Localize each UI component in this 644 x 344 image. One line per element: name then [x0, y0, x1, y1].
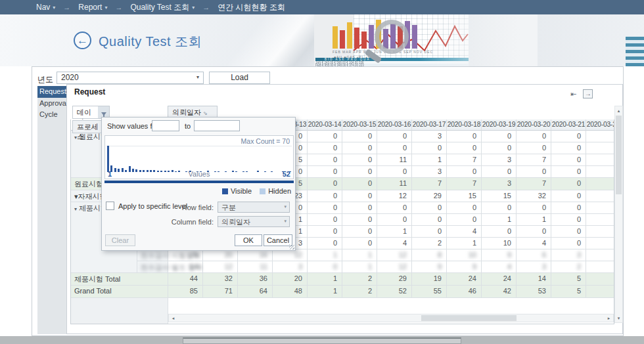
horizontal-scrollbar[interactable]: ◂ ▸	[168, 314, 614, 322]
vertical-scrollbar[interactable]: ▴ ▾	[614, 106, 623, 323]
nav-item-quality-test[interactable]: Quality Test 조회▾	[130, 2, 195, 13]
pivot-cell: 0	[482, 226, 517, 238]
pivot-cell: 19	[412, 273, 447, 286]
breadcrumb-arrow-icon: →	[115, 3, 122, 11]
pivot-cell: 20	[203, 249, 238, 261]
pivot-cell: 2	[342, 273, 377, 286]
scroll-right-icon[interactable]: ▸	[605, 314, 613, 322]
cancel-button[interactable]: Cancel	[264, 234, 292, 246]
pivot-column-header[interactable]: 2020-03-16	[377, 119, 412, 131]
apply-level-checkbox[interactable]	[106, 202, 114, 210]
pivot-cell: 3	[551, 249, 586, 261]
pivot-cell	[586, 154, 614, 166]
data-field-header[interactable]: 데이터	[72, 106, 99, 119]
pivot-cell: 5	[551, 286, 586, 298]
range-from-input[interactable]	[152, 120, 179, 131]
pager-right-icon[interactable]: →	[583, 89, 593, 98]
resize-grip[interactable]	[289, 244, 294, 249]
nav-item-report[interactable]: Report▾	[78, 3, 107, 12]
pivot-cell: 3	[517, 261, 551, 273]
pivot-cell: 12	[203, 261, 238, 273]
pivot-cell: 0	[308, 238, 342, 249]
range-to-input[interactable]	[194, 120, 240, 131]
pivot-cell: 1	[517, 214, 551, 226]
pivot-item-label[interactable]: 전수검사 시험항목	[137, 249, 168, 261]
pivot-cell: 0	[308, 178, 342, 190]
load-button[interactable]: Load	[209, 72, 270, 84]
pivot-cell	[586, 190, 614, 202]
pivot-column-header[interactable]: 2020-03-14	[308, 119, 342, 131]
pivot-cell: 0	[412, 214, 447, 226]
pivot-column-header[interactable]: 2020-03-18	[447, 119, 482, 131]
pivot-cell: 11	[377, 178, 412, 190]
x-axis-label: Values	[108, 170, 290, 178]
pivot-cell: 0	[517, 142, 551, 154]
tab-approval[interactable]: Approval	[37, 98, 66, 109]
pivot-cell	[586, 286, 614, 298]
ok-button[interactable]: OK	[235, 234, 262, 246]
year-label: 년도	[37, 74, 53, 85]
pivot-cell	[586, 202, 614, 214]
year-select[interactable]: 2020 ▾	[57, 72, 204, 84]
pivot-row-label[interactable]: Grand Total	[71, 286, 168, 298]
pivot-cell: 1	[482, 214, 517, 226]
pivot-cell: 0	[517, 131, 551, 142]
pivot-cell: 12	[377, 190, 412, 202]
breadcrumb: Nav▾ → Report▾ → Quality Test 조회▾ → 연간 시…	[0, 0, 644, 14]
pivot-row-label[interactable]: 제품시험 Total	[71, 273, 168, 286]
pivot-cell: 0	[377, 131, 412, 142]
pivot-cell: 15	[482, 190, 517, 202]
h-scroll-thumb[interactable]	[421, 315, 517, 321]
pivot-cell: 64	[238, 286, 273, 298]
nav-item-nav[interactable]: Nav▾	[36, 3, 55, 12]
row-field-dropdown[interactable]: 구분▾	[218, 202, 290, 213]
pivot-column-header[interactable]: 2020-03-22	[586, 119, 614, 131]
nav-item-annual-status[interactable]: 연간 시험현황 조회	[218, 2, 285, 13]
pivot-cell: 3	[412, 131, 447, 142]
pivot-cell: 7	[517, 178, 551, 190]
pivot-cell: 0	[551, 190, 586, 202]
tab-request[interactable]: Request	[37, 86, 66, 98]
column-field-dropdown[interactable]: 의뢰일자▾	[218, 216, 290, 227]
pivot-cell: 12	[273, 249, 308, 261]
back-button[interactable]: ←	[74, 32, 91, 49]
pivot-cell: 12	[377, 261, 412, 273]
pivot-cell: 0	[551, 238, 586, 249]
chevron-down-icon: ▾	[284, 219, 287, 224]
pivot-column-header[interactable]: 2020-03-19	[482, 119, 517, 131]
pivot-cell: 32	[203, 273, 238, 286]
pivot-cell: 0	[342, 166, 377, 178]
row-field-header[interactable]: 프로세스	[72, 120, 104, 133]
pivot-item-label[interactable]: 전수검사 별도 항목	[137, 261, 168, 273]
v-scroll-thumb[interactable]	[616, 116, 622, 194]
pivot-cell	[586, 226, 614, 238]
pivot-cell: 29	[412, 190, 447, 202]
pivot-group-label[interactable]	[71, 261, 137, 273]
pivot-cell: 2	[342, 286, 377, 298]
pivot-column-header[interactable]: 2020-03-20	[517, 119, 551, 131]
histogram-bars	[106, 146, 292, 172]
scroll-down-icon[interactable]: ▾	[615, 314, 622, 322]
pivot-cell: 46	[447, 286, 482, 298]
pivot-cell: 0	[308, 190, 342, 202]
pivot-column-header[interactable]: 2020-03-15	[342, 119, 377, 131]
collapse-left-icon[interactable]: ⇤	[570, 90, 576, 98]
pivot-column-header[interactable]: 2020-03-21	[551, 119, 586, 131]
pivot-cell: 0	[447, 214, 482, 226]
hidden-swatch	[260, 188, 265, 194]
scroll-left-icon[interactable]: ◂	[169, 314, 177, 322]
pivot-cell: 20	[273, 273, 308, 286]
breadcrumb-arrow-icon: →	[202, 3, 210, 11]
pivot-group-label[interactable]	[71, 249, 137, 261]
clear-button[interactable]: Clear	[105, 234, 135, 246]
screen: Nav▾ → Report▾ → Quality Test 조회▾ → 연간 시…	[0, 0, 644, 344]
range-selector-bar[interactable]	[104, 181, 294, 183]
pivot-cell: 7	[447, 178, 482, 190]
pivot-cell	[586, 178, 614, 190]
tab-cycle[interactable]: Cycle	[37, 109, 66, 120]
pivot-cell: 0	[342, 178, 377, 190]
pivot-column-header[interactable]: 2020-03-17	[412, 119, 447, 131]
scroll-up-icon[interactable]: ▴	[615, 106, 622, 115]
pivot-cell	[586, 273, 614, 286]
pivot-cell: 8	[412, 249, 447, 261]
